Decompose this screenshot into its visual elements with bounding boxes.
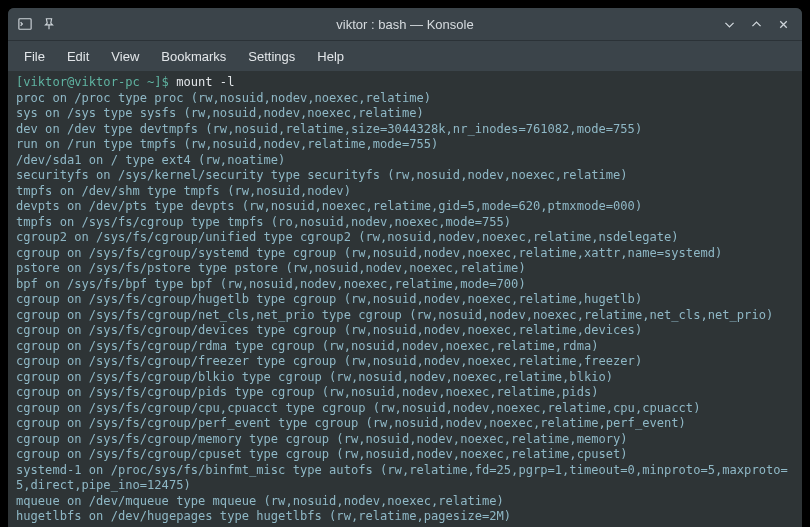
mount-line: sys on /sys type sysfs (rw,nosuid,nodev,… xyxy=(16,106,794,122)
maximize-button[interactable] xyxy=(750,18,763,31)
menu-edit[interactable]: Edit xyxy=(57,45,99,68)
terminal-output[interactable]: [viktor@viktor-pc ~]$ mount -lproc on /p… xyxy=(8,71,802,527)
mount-line: cgroup on /sys/fs/cgroup/systemd type cg… xyxy=(16,246,794,262)
window-title: viktor : bash — Konsole xyxy=(8,17,802,32)
mount-line: cgroup on /sys/fs/cgroup/memory type cgr… xyxy=(16,432,794,448)
mount-line: securityfs on /sys/kernel/security type … xyxy=(16,168,794,184)
mount-line: hugetlbfs on /dev/hugepages type hugetlb… xyxy=(16,509,794,525)
svg-rect-0 xyxy=(19,19,31,30)
mount-line: cgroup on /sys/fs/cgroup/perf_event type… xyxy=(16,416,794,432)
mount-line: tmpfs on /dev/shm type tmpfs (rw,nosuid,… xyxy=(16,184,794,200)
close-button[interactable] xyxy=(777,18,790,31)
mount-line: dev on /dev type devtmpfs (rw,nosuid,rel… xyxy=(16,122,794,138)
mount-line: cgroup on /sys/fs/cgroup/cpu,cpuacct typ… xyxy=(16,401,794,417)
mount-line: cgroup on /sys/fs/cgroup/net_cls,net_pri… xyxy=(16,308,794,324)
mount-line: /dev/sda1 on / type ext4 (rw,noatime) xyxy=(16,153,794,169)
mount-line: proc on /proc type proc (rw,nosuid,nodev… xyxy=(16,91,794,107)
mount-line: cgroup on /sys/fs/cgroup/devices type cg… xyxy=(16,323,794,339)
mount-line: cgroup on /sys/fs/cgroup/blkio type cgro… xyxy=(16,370,794,386)
titlebar[interactable]: viktor : bash — Konsole xyxy=(8,8,802,40)
menu-file[interactable]: File xyxy=(14,45,55,68)
mount-line: pstore on /sys/fs/pstore type pstore (rw… xyxy=(16,261,794,277)
menubar: File Edit View Bookmarks Settings Help xyxy=(8,40,802,71)
mount-line: cgroup2 on /sys/fs/cgroup/unified type c… xyxy=(16,230,794,246)
mount-line: cgroup on /sys/fs/cgroup/rdma type cgrou… xyxy=(16,339,794,355)
mount-line: systemd-1 on /proc/sys/fs/binfmt_misc ty… xyxy=(16,463,794,494)
mount-line: cgroup on /sys/fs/cgroup/freezer type cg… xyxy=(16,354,794,370)
mount-line: mqueue on /dev/mqueue type mqueue (rw,no… xyxy=(16,494,794,510)
menu-bookmarks[interactable]: Bookmarks xyxy=(151,45,236,68)
mount-line: cgroup on /sys/fs/cgroup/hugetlb type cg… xyxy=(16,292,794,308)
mount-line: tmpfs on /sys/fs/cgroup type tmpfs (ro,n… xyxy=(16,215,794,231)
mount-line: run on /run type tmpfs (rw,nosuid,nodev,… xyxy=(16,137,794,153)
prompt-bracket: [viktor@viktor-pc ~]$ xyxy=(16,75,176,89)
minimize-button[interactable] xyxy=(723,18,736,31)
mount-line: devpts on /dev/pts type devpts (rw,nosui… xyxy=(16,199,794,215)
mount-line: bpf on /sys/fs/bpf type bpf (rw,nosuid,n… xyxy=(16,277,794,293)
menu-settings[interactable]: Settings xyxy=(238,45,305,68)
terminal-icon xyxy=(18,17,32,31)
pin-icon[interactable] xyxy=(42,17,56,31)
menu-view[interactable]: View xyxy=(101,45,149,68)
mount-line: cgroup on /sys/fs/cgroup/pids type cgrou… xyxy=(16,385,794,401)
konsole-window: viktor : bash — Konsole File Edit View B… xyxy=(8,8,802,527)
menu-help[interactable]: Help xyxy=(307,45,354,68)
mount-line: cgroup on /sys/fs/cgroup/cpuset type cgr… xyxy=(16,447,794,463)
prompt-command: mount -l xyxy=(176,75,234,89)
prompt-line: [viktor@viktor-pc ~]$ mount -l xyxy=(16,75,794,91)
